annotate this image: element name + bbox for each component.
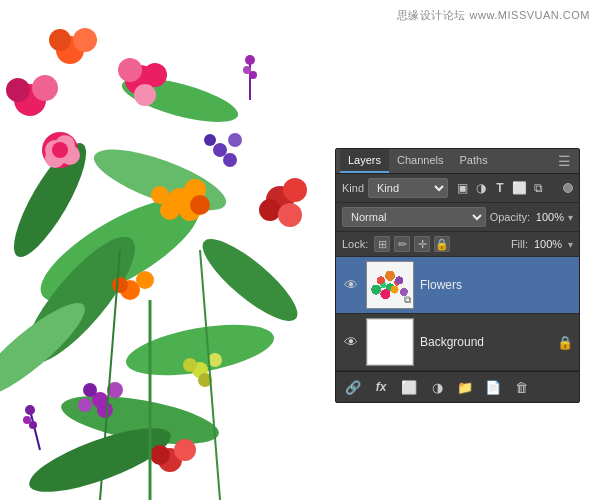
fx-icon[interactable]: fx: [370, 376, 392, 398]
svg-point-45: [136, 271, 154, 289]
layer-flowers[interactable]: 👁 ⧉ Flowers: [336, 257, 579, 314]
eye-icon-flowers[interactable]: 👁: [342, 277, 360, 293]
svg-point-57: [49, 29, 71, 51]
svg-point-26: [97, 402, 113, 418]
svg-point-62: [174, 439, 196, 461]
layers-panel: Layers Channels Paths ☰ Kind Kind ▣ ◑ T …: [335, 148, 580, 403]
kind-select[interactable]: Kind: [368, 178, 448, 198]
svg-point-38: [259, 199, 281, 221]
background-thumbnail: [366, 318, 414, 366]
pixel-icon[interactable]: ▣: [454, 180, 470, 196]
background-layer-name: Background: [420, 335, 551, 349]
svg-point-39: [278, 203, 302, 227]
kind-row: Kind Kind ▣ ◑ T ⬜ ⧉: [336, 174, 579, 203]
blend-mode-select[interactable]: Normal: [342, 207, 486, 227]
svg-point-59: [32, 75, 58, 101]
lock-all-icon[interactable]: 🔒: [434, 236, 450, 252]
kind-dot: [563, 183, 573, 193]
opacity-arrow[interactable]: ▾: [568, 212, 573, 223]
svg-point-34: [143, 63, 167, 87]
lock-position-icon[interactable]: ✛: [414, 236, 430, 252]
layer-background[interactable]: 👁 Background 🔒: [336, 314, 579, 371]
svg-point-29: [228, 133, 242, 147]
fill-arrow[interactable]: ▾: [568, 239, 573, 250]
svg-point-33: [118, 58, 142, 82]
tab-paths[interactable]: Paths: [452, 149, 496, 173]
smart-kind-icon[interactable]: ⧉: [530, 180, 546, 196]
lock-transparent-icon[interactable]: ⊞: [374, 236, 390, 252]
svg-point-31: [223, 153, 237, 167]
svg-point-37: [283, 178, 307, 202]
lock-label: Lock:: [342, 238, 368, 250]
lock-row: Lock: ⊞ ✏ ✛ 🔒 Fill: 100% ▾: [336, 232, 579, 257]
panel-tabs: Layers Channels Paths ☰: [336, 149, 579, 174]
svg-point-42: [183, 358, 197, 372]
panel-toolbar: 🔗 fx ⬜ ◑ 📁 📄 🗑: [336, 371, 579, 402]
svg-point-21: [151, 186, 169, 204]
fill-value: 100%: [534, 238, 562, 250]
svg-point-25: [83, 383, 97, 397]
svg-point-63: [150, 445, 170, 465]
svg-point-35: [134, 84, 156, 106]
svg-point-50: [249, 71, 257, 79]
svg-point-52: [25, 405, 35, 415]
lock-icons: ⊞ ✏ ✛ 🔒: [374, 236, 450, 252]
svg-point-48: [245, 55, 255, 65]
watermark: 思缘设计论坛 www.MISSVUAN.COM: [397, 8, 590, 23]
adjustment-kind-icon[interactable]: ◑: [473, 180, 489, 196]
background-lock-icon: 🔒: [557, 335, 573, 350]
type-kind-icon[interactable]: T: [492, 180, 508, 196]
svg-point-16: [52, 142, 68, 158]
smart-object-icon: ⧉: [404, 294, 411, 306]
svg-point-56: [73, 28, 97, 52]
mask-icon[interactable]: ⬜: [398, 376, 420, 398]
kind-label: Kind: [342, 182, 364, 194]
opacity-label: Opacity:: [490, 211, 530, 223]
kind-icons: ▣ ◑ T ⬜ ⧉: [454, 180, 546, 196]
blend-row: Normal Opacity: 100% ▾: [336, 203, 579, 232]
flowers-thumbnail: ⧉: [366, 261, 414, 309]
svg-point-46: [112, 277, 128, 293]
link-icon[interactable]: 🔗: [342, 376, 364, 398]
flowers-layer-name: Flowers: [420, 278, 573, 292]
folder-icon[interactable]: 📁: [454, 376, 476, 398]
tab-layers[interactable]: Layers: [340, 149, 389, 173]
svg-point-27: [78, 398, 92, 412]
trash-icon[interactable]: 🗑: [510, 376, 532, 398]
adjustment-layer-icon[interactable]: ◑: [426, 376, 448, 398]
svg-point-28: [213, 143, 227, 157]
tab-channels[interactable]: Channels: [389, 149, 451, 173]
eye-icon-background[interactable]: 👁: [342, 334, 360, 350]
panel-menu-icon[interactable]: ☰: [554, 149, 575, 173]
fill-label: Fill:: [511, 238, 528, 250]
svg-point-30: [204, 134, 216, 146]
svg-point-54: [29, 421, 37, 429]
lock-image-icon[interactable]: ✏: [394, 236, 410, 252]
new-layer-icon[interactable]: 📄: [482, 376, 504, 398]
opacity-value: 100%: [534, 211, 564, 223]
svg-point-22: [190, 195, 210, 215]
svg-point-60: [6, 78, 30, 102]
shape-kind-icon[interactable]: ⬜: [511, 180, 527, 196]
